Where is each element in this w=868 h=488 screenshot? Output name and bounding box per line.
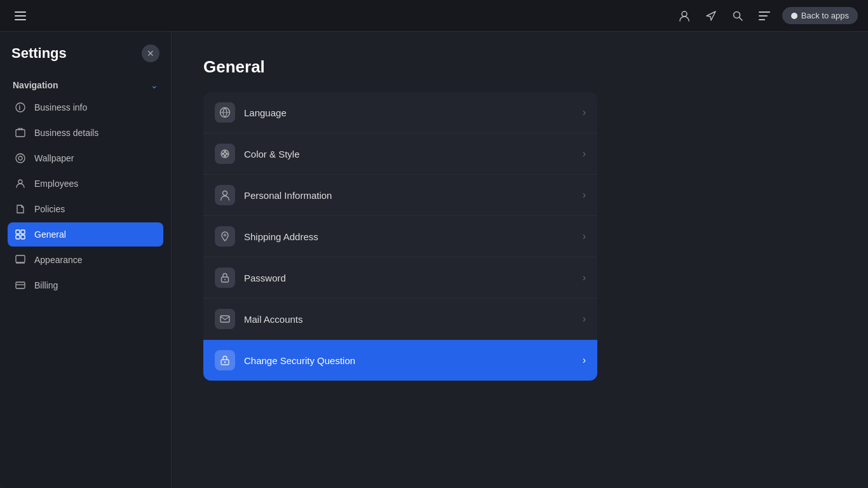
settings-row-change-security[interactable]: Change Security Question › [203,340,597,381]
settings-row-shipping-address[interactable]: Shipping Address › [203,216,597,257]
policies-icon [14,203,27,215]
business-info-icon: i [14,101,27,114]
svg-rect-2 [15,19,26,20]
user-icon[interactable] [675,7,693,25]
svg-rect-18 [16,255,25,262]
sidebar-item-business-details[interactable]: Business details [8,121,163,145]
language-icon-box [215,102,235,123]
settings-header: Settings ✕ [8,44,163,62]
sidebar-item-label: Appearance [34,255,83,265]
svg-rect-15 [21,230,25,234]
settings-row-color-style[interactable]: Color & Style › [203,133,597,175]
back-to-apps-button[interactable]: Back to apps [782,7,858,24]
settings-row-personal-info[interactable]: Personal Information › [203,175,597,216]
sidebar-item-general[interactable]: General [8,222,163,247]
sidebar: Settings ✕ Navigation ⌄ i Business info [0,32,172,488]
svg-point-27 [224,234,226,236]
topbar-right: Back to apps [675,7,858,25]
general-icon [14,228,27,241]
employees-icon [14,177,27,190]
appearance-icon [14,254,27,266]
nav-section: Navigation ⌄ i Business info [8,75,163,299]
svg-point-32 [224,362,226,363]
business-details-icon [14,126,27,139]
language-label: Language [244,107,574,118]
sidebar-item-label: Business details [34,128,98,138]
mail-accounts-icon-box [215,309,235,329]
svg-rect-6 [759,15,768,17]
settings-row-language[interactable]: Language › [203,92,597,133]
topbar: Back to apps [0,0,868,32]
page-title: General [203,57,836,77]
sidebar-item-billing[interactable]: Billing [8,273,163,297]
svg-point-29 [224,279,226,280]
personal-info-label: Personal Information [244,190,574,201]
color-style-label: Color & Style [244,149,574,159]
sidebar-item-business-info[interactable]: i Business info [8,95,163,119]
personal-info-icon-box [215,185,235,205]
content-area: General Language › [172,32,868,488]
settings-title: Settings [11,45,67,62]
sidebar-item-appearance[interactable]: Appearance [8,248,163,272]
svg-rect-19 [16,282,25,288]
sidebar-item-employees[interactable]: Employees [8,172,163,196]
search-icon[interactable] [729,7,747,25]
nav-chevron-icon: ⌄ [151,80,158,90]
svg-point-23 [226,152,228,155]
nav-section-label: Navigation [13,80,58,90]
wallpaper-icon [14,152,27,165]
svg-rect-7 [759,19,765,20]
svg-point-11 [16,154,25,163]
svg-point-22 [222,152,224,155]
shipping-address-icon-box [215,226,235,247]
svg-rect-17 [21,235,25,239]
mail-accounts-label: Mail Accounts [244,314,574,325]
svg-rect-0 [15,11,26,13]
close-button[interactable]: ✕ [142,44,159,62]
back-icon [791,13,797,19]
svg-rect-10 [16,130,25,137]
svg-text:i: i [19,104,21,111]
password-label: Password [244,273,574,283]
svg-point-3 [682,11,687,17]
sidebar-toggle-icon[interactable] [10,6,31,26]
mail-accounts-chevron-icon: › [583,313,586,325]
change-security-label: Change Security Question [244,355,574,366]
svg-point-25 [224,154,226,157]
svg-point-12 [18,156,22,160]
color-style-icon-box [215,144,235,164]
shipping-address-label: Shipping Address [244,231,574,242]
back-to-apps-label: Back to apps [801,11,849,20]
color-style-chevron-icon: › [583,148,586,159]
svg-point-24 [224,151,226,153]
sidebar-item-label: Policies [34,204,65,214]
settings-list: Language › Color & Style › [203,92,597,381]
svg-rect-14 [16,230,20,234]
password-chevron-icon: › [583,272,586,283]
sidebar-item-wallpaper[interactable]: Wallpaper [8,146,163,170]
topbar-left [10,6,31,26]
personal-info-chevron-icon: › [583,189,586,201]
settings-row-password[interactable]: Password › [203,257,597,299]
svg-rect-16 [16,235,20,239]
nav-section-header[interactable]: Navigation ⌄ [8,75,163,95]
svg-point-13 [18,180,22,184]
svg-rect-1 [15,15,26,17]
sidebar-item-policies[interactable]: Policies [8,197,163,221]
send-icon[interactable] [702,7,720,25]
main-layout: Settings ✕ Navigation ⌄ i Business info [0,32,868,488]
shipping-address-chevron-icon: › [583,231,586,242]
svg-rect-30 [220,316,229,322]
sidebar-item-label: Employees [34,179,78,189]
svg-rect-5 [759,11,770,13]
sidebar-item-label: General [34,229,66,240]
settings-row-mail-accounts[interactable]: Mail Accounts › [203,299,597,340]
sidebar-item-label: Business info [34,102,87,112]
sidebar-item-label: Wallpaper [34,153,74,163]
change-security-icon-box [215,350,235,370]
password-icon-box [215,268,235,288]
language-chevron-icon: › [583,107,586,118]
menu-icon[interactable] [756,7,773,25]
billing-icon [14,279,27,292]
change-security-chevron-icon: › [583,355,586,366]
